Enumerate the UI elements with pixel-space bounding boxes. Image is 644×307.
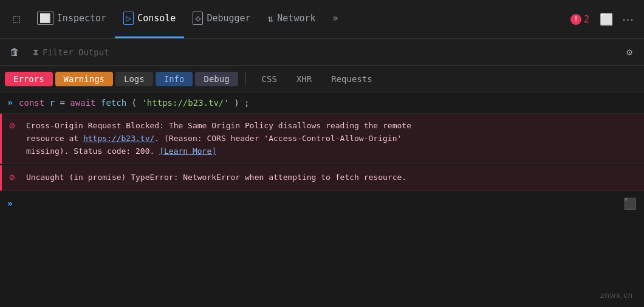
split-icon: ⬛ [623,197,637,210]
error-1-learn-more[interactable]: [Learn More] [159,147,216,156]
tab-divider [245,72,246,86]
kw-const: const [19,98,44,108]
tab-inspector[interactable]: ⬜ Inspector [29,0,115,38]
fn-fetch: fetch [101,98,126,108]
console-label: Console [137,13,176,24]
op-equals: = [60,98,70,108]
inspector-label: Inspector [57,13,106,24]
split-console-button[interactable]: ⬛ [623,197,637,210]
tab-network[interactable]: ⇅ Network [259,0,324,38]
error-count: 2 [584,14,589,25]
tab-errors[interactable]: Errors [5,72,53,86]
more-icon: » [333,13,338,24]
bottom-prompt-symbol: » [7,198,13,209]
kw-await: await [70,98,95,108]
filterbar: 🗑 ⧗ ⚙ [0,39,644,66]
responsive-icon: ⬜ [600,13,613,26]
filter-input-wrap: ⧗ [29,47,615,57]
tab-xhr[interactable]: XHR [288,72,320,86]
pick-tool[interactable]: ⬚ [5,0,29,38]
more-options-button[interactable]: ··· [617,9,639,30]
error-count-badge[interactable]: ! 2 [564,14,595,25]
tab-info[interactable]: Info [156,72,193,86]
tab-console[interactable]: ▷ Console [115,0,184,38]
paren-close: ) [234,98,239,108]
tab-css[interactable]: CSS [253,72,286,86]
console-icon: ▷ [123,12,134,25]
debugger-label: Debugger [207,13,250,24]
error-1-block: ⊘ Cross-Origin Request Blocked: The Same… [0,114,644,164]
more-tabs-button[interactable]: » [324,0,347,38]
error-1-icon: ⊘ [9,120,15,131]
command-text: const r = await fetch ( 'https://b23.tv/… [19,98,249,108]
tab-logs[interactable]: Logs [115,72,153,86]
watermark: znwx.cn [600,291,633,300]
error-1-line2-post: . (Reason: CORS header 'Access-Control-A… [154,134,402,143]
network-label: Network [277,13,315,24]
error-1-text: Cross-Origin Request Blocked: The Same O… [26,120,637,157]
error-2-block: ⊘ Uncaught (in promise) TypeError: Netwo… [0,165,644,191]
fetch-url: 'https://b23.tv/' [142,98,228,108]
tab-warnings[interactable]: Warnings [55,72,113,86]
error-dot: ! [570,14,581,25]
tab-debugger[interactable]: ◇ Debugger [184,0,259,38]
paren-open: ( [132,98,137,108]
console-content: » const r = await fetch ( 'https://b23.t… [0,92,644,216]
command-prompt: » [7,97,13,108]
error-1-link[interactable]: https://b23.tv/ [83,134,154,143]
tab-debug[interactable]: Debug [195,72,238,86]
settings-button[interactable]: ⚙ [620,43,639,62]
network-icon: ⇅ [268,13,274,24]
var-r: r [50,98,55,108]
bottom-prompt-line: » ⬛ [0,191,644,216]
command-line: » const r = await fetch ( 'https://b23.t… [0,92,644,114]
more-options-icon: ··· [622,12,634,26]
pick-icon: ⬚ [13,12,20,25]
category-tabs: Errors Warnings Logs Info Debug CSS XHR … [0,66,644,92]
filter-input[interactable] [43,47,611,57]
debugger-icon: ◇ [193,12,203,25]
tab-requests[interactable]: Requests [323,72,380,86]
error-2-text: Uncaught (in promise) TypeError: Network… [26,171,637,184]
error-1-line2-pre: resource at [26,134,83,143]
clear-output-button[interactable]: 🗑 [5,43,24,62]
topbar: ⬚ ⬜ Inspector ▷ Console ◇ Debugger ⇅ Net… [0,0,644,39]
error-2-icon: ⊘ [9,171,15,183]
error-1-line3-pre: missing). Status code: 200. [26,147,154,156]
gear-icon: ⚙ [626,46,632,58]
semicolon: ; [244,98,249,108]
inspector-icon: ⬜ [37,12,53,25]
responsive-mode-button[interactable]: ⬜ [595,9,617,30]
filter-icon: ⧗ [33,47,39,57]
trash-icon: 🗑 [10,46,19,58]
error-1-line1: Cross-Origin Request Blocked: The Same O… [26,121,411,130]
